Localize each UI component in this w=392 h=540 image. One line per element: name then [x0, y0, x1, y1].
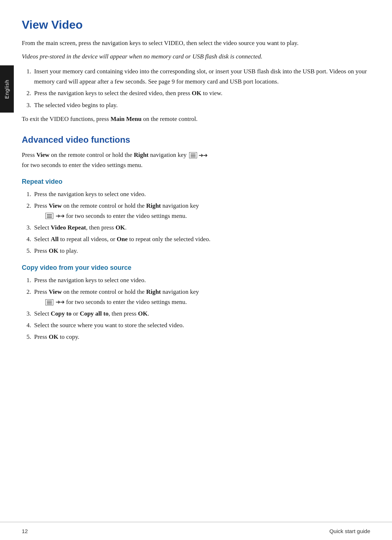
menu-icon-copy — [45, 299, 53, 305]
repeat-video-title: Repeat video — [22, 178, 370, 186]
repeat-step-1: Press the navigation keys to select one … — [33, 189, 370, 199]
page-title: View Video — [22, 18, 370, 32]
exit-note: To exit the VIDEO functions, press Main … — [22, 114, 370, 124]
copy-step-1: Press the navigation keys to select one … — [33, 275, 370, 285]
copy-step-4: Select the source where you want to stor… — [33, 320, 370, 330]
footer-page-number: 12 — [22, 528, 28, 534]
view-step-3: The selected video begins to play. — [33, 100, 370, 110]
arrows-icon-copy: ➜➜ — [56, 297, 64, 307]
repeat-step-4: Select All to repeat all videos, or One … — [33, 234, 370, 244]
main-content: View Video From the main screen, press t… — [22, 0, 370, 368]
menu-icon — [189, 152, 197, 158]
footer: 12 Quick start guide — [0, 522, 392, 540]
copy-step-3: Select Copy to or Copy all to, then pres… — [33, 309, 370, 319]
menu-icon-repeat — [45, 213, 53, 219]
advanced-intro-paragraph: Press View on the remote control or hold… — [22, 150, 370, 170]
arrows-icon-repeat: ➜➜ — [56, 211, 64, 221]
repeat-step-2: Press View on the remote control or hold… — [33, 201, 370, 221]
section-advanced-title: Advanced video functions — [22, 135, 370, 145]
sidebar-language-tab: English — [0, 65, 14, 113]
view-step-2: Press the navigation keys to select the … — [33, 88, 370, 98]
footer-doc-title: Quick start guide — [329, 528, 370, 534]
copy-step-5: Press OK to copy. — [33, 332, 370, 342]
italic-note: Videos pre-stored in the device will app… — [22, 52, 370, 61]
copy-video-title: Copy video from your video source — [22, 264, 370, 272]
repeat-step-5: Press OK to play. — [33, 246, 370, 256]
repeat-step2-icon-line: ➜➜ for two seconds to enter the video se… — [45, 211, 370, 221]
repeat-steps-list: Press the navigation keys to select one … — [33, 189, 370, 256]
sidebar-label: English — [4, 80, 10, 99]
view-step-1: Insert your memory card containing video… — [33, 66, 370, 87]
view-steps-list: Insert your memory card containing video… — [33, 66, 370, 110]
copy-step2-icon-line: ➜➜ for two seconds to enter the video se… — [45, 297, 370, 307]
copy-step-2: Press View on the remote control or hold… — [33, 287, 370, 307]
copy-steps-list: Press the navigation keys to select one … — [33, 275, 370, 342]
repeat-step-3: Select Video Repeat, then press OK. — [33, 223, 370, 233]
arrows-icon: ➜➜ — [199, 151, 207, 160]
intro-paragraph: From the main screen, press the navigati… — [22, 38, 370, 48]
menu-nav-icon: ➜➜ — [189, 151, 208, 160]
